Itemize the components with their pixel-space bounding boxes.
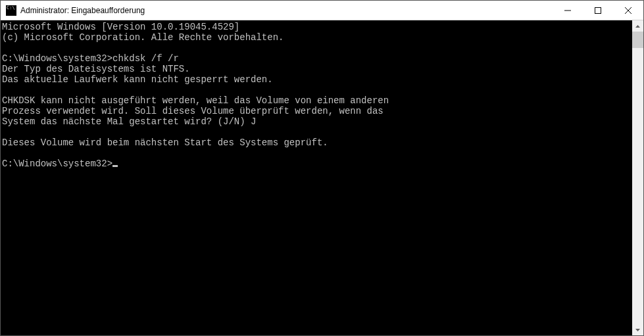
terminal-container: Microsoft Windows [Version 10.0.19045.45…: [1, 20, 643, 335]
cursor: [112, 165, 118, 167]
terminal-line: Prozess verwendet wird. Soll dieses Volu…: [2, 106, 632, 116]
terminal-line: Der Typ des Dateisystems ist NTFS.: [2, 64, 632, 74]
close-button[interactable]: [613, 1, 643, 20]
scroll-track[interactable]: [632, 32, 643, 324]
titlebar[interactable]: Administrator: Eingabeaufforderung: [1, 1, 643, 20]
terminal-line: CHKDSK kann nicht ausgeführt werden, wei…: [2, 95, 632, 106]
terminal-line: System das nächste Mal gestartet wird? (…: [2, 116, 632, 127]
terminal-line: [2, 85, 632, 95]
svg-marker-5: [635, 329, 640, 331]
terminal-line: C:\Windows\system32>chkdsk /f /r: [2, 53, 632, 64]
window-title: Administrator: Eingabeaufforderung: [20, 6, 553, 15]
maximize-button[interactable]: [583, 1, 613, 20]
scroll-up-button[interactable]: [632, 20, 643, 32]
window-controls: [553, 1, 643, 20]
terminal-line: (c) Microsoft Corporation. Alle Rechte v…: [2, 32, 632, 43]
terminal-line: Dieses Volume wird beim nächsten Start d…: [2, 137, 632, 148]
scroll-thumb[interactable]: [632, 32, 643, 48]
terminal-output[interactable]: Microsoft Windows [Version 10.0.19045.45…: [1, 20, 632, 335]
svg-rect-1: [595, 7, 601, 13]
terminal-line: Das aktuelle Laufwerk kann nicht gesperr…: [2, 74, 632, 85]
scrollbar[interactable]: [632, 20, 643, 335]
terminal-line: C:\Windows\system32>: [2, 158, 632, 169]
svg-marker-4: [635, 25, 640, 28]
minimize-button[interactable]: [553, 1, 583, 20]
terminal-line: [2, 148, 632, 158]
terminal-line: [2, 43, 632, 53]
terminal-line: Microsoft Windows [Version 10.0.19045.45…: [2, 22, 632, 32]
terminal-line: [2, 127, 632, 137]
scroll-down-button[interactable]: [632, 324, 643, 335]
cmd-icon: [6, 5, 16, 16]
